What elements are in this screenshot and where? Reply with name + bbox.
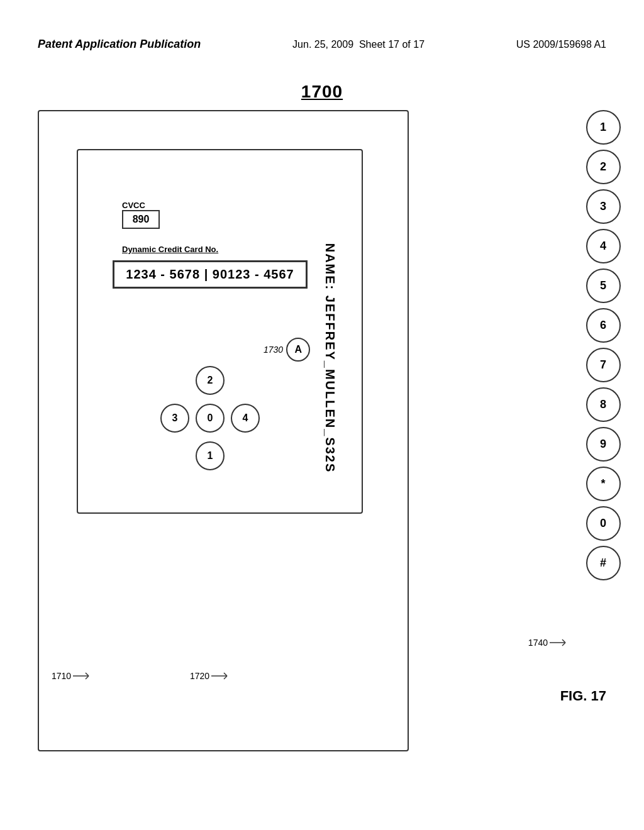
inner-keypad: 2 3 0 4 1 (147, 362, 273, 475)
right-keypad: 1 2 3 4 5 6 7 8 9 * 0 # (581, 110, 625, 676)
keypad-row-1: 2 (196, 366, 225, 395)
key-4[interactable]: 4 (231, 404, 260, 433)
right-key-4[interactable]: 4 (586, 229, 621, 263)
ref-1720-container: 1720 (190, 671, 230, 681)
ref-1710-label: 1710 (52, 671, 71, 681)
name-text: NAME: JEFFREY_MULLEN_S32S (323, 243, 338, 473)
ref-1730-label: 1730 (264, 345, 283, 355)
figure-title: 1700 (301, 82, 343, 102)
circle-a-button[interactable]: A (286, 338, 310, 362)
right-key-1[interactable]: 1 (586, 110, 621, 145)
card-inner-frame: CVCC 890 Dynamic Credit Card No. 1234 - … (77, 149, 363, 514)
card-number-box: 1234 - 5678 | 90123 - 4567 (113, 260, 308, 289)
ref-1730-area: 1730 A (264, 338, 310, 362)
right-key-2[interactable]: 2 (586, 150, 621, 184)
patent-number: US 2009/159698 A1 (516, 39, 606, 50)
patent-label: Patent Application Publication (38, 38, 201, 51)
ref-1710-arrow (73, 672, 92, 680)
key-0[interactable]: 0 (196, 404, 225, 433)
right-key-hash[interactable]: # (586, 546, 621, 580)
pub-date: Jun. 25, 2009 Sheet 17 of 17 (292, 39, 425, 50)
keypad-row-2: 3 0 4 (160, 404, 260, 433)
right-key-7[interactable]: 7 (586, 348, 621, 382)
right-key-5[interactable]: 5 (586, 268, 621, 303)
cvcc-value-box: 890 (122, 210, 160, 229)
ref-1710-container: 1710 (52, 671, 92, 681)
right-key-9[interactable]: 9 (586, 427, 621, 462)
ref-1720-label: 1720 (190, 671, 209, 681)
ref-1740-container: 1740 (528, 638, 569, 648)
cvcc-label: CVCC (122, 201, 145, 210)
fig-label: FIG. 17 (560, 688, 606, 704)
name-display-area: NAME: JEFFREY_MULLEN_S32S (314, 201, 346, 515)
ref-1740-label: 1740 (528, 638, 548, 648)
ref-1720-arrow (211, 672, 230, 680)
keypad-row-3: 1 (196, 441, 225, 470)
key-3[interactable]: 3 (160, 404, 189, 433)
ref-1740-arrow (550, 638, 569, 647)
key-1[interactable]: 1 (196, 441, 225, 470)
card-no-label: Dynamic Credit Card No. (122, 245, 218, 254)
device-outer-frame: CVCC 890 Dynamic Credit Card No. 1234 - … (38, 110, 409, 751)
key-2[interactable]: 2 (196, 366, 225, 395)
right-key-8[interactable]: 8 (586, 387, 621, 422)
right-key-6[interactable]: 6 (586, 308, 621, 343)
right-key-0[interactable]: 0 (586, 506, 621, 541)
right-key-star[interactable]: * (586, 467, 621, 501)
right-key-3[interactable]: 3 (586, 189, 621, 224)
page-header: Patent Application Publication Jun. 25, … (38, 38, 606, 51)
